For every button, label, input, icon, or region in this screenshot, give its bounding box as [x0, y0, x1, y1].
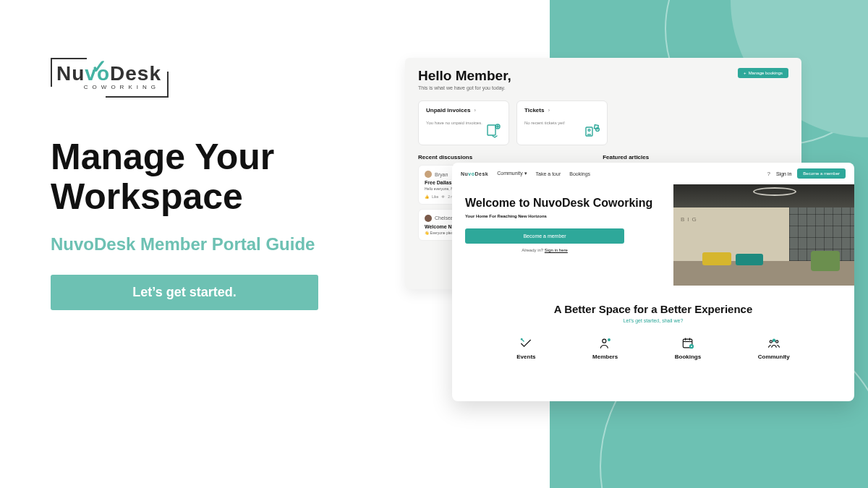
- hero-signin-line: Already in? Sign in here: [465, 248, 624, 252]
- community-icon: [758, 336, 790, 351]
- svg-rect-2: [488, 125, 495, 135]
- feature-label: Bookings: [675, 354, 701, 360]
- feature-bookings[interactable]: Bookings: [675, 336, 701, 360]
- members-icon: [592, 336, 618, 351]
- plus-icon: +: [744, 71, 746, 75]
- card-unpaid-invoices[interactable]: Unpaid invoices › You have no unpaid inv…: [418, 100, 509, 145]
- landing-mock: NuvoDesk Community ▾ Take a tour Booking…: [452, 163, 854, 401]
- brand-logo: Nuvo✓Desk COWORKING: [51, 58, 354, 98]
- hero-title: Welcome to NuvoDesk Coworking: [465, 196, 660, 210]
- bookings-icon: [675, 336, 701, 351]
- card-tickets[interactable]: Tickets › No recent tickets yet!: [516, 100, 608, 145]
- svg-point-9: [608, 339, 610, 341]
- page-title: Manage Your Workspace: [51, 137, 354, 217]
- screenshot-stack: Hello Member, This is what we have got f…: [405, 58, 801, 289]
- manage-bookings-button[interactable]: + Manage bookings: [738, 68, 788, 78]
- avatar: [425, 171, 432, 178]
- ticket-icon: [584, 121, 601, 140]
- svg-point-14: [773, 339, 775, 341]
- dashboard-greeting: Hello Member,: [418, 68, 511, 84]
- section-featured-articles: Featured articles: [603, 154, 649, 160]
- wall-sign-text: BIG: [681, 216, 699, 223]
- nav-bookings[interactable]: Bookings: [569, 171, 590, 176]
- mini-logo: NuvoDesk: [461, 171, 488, 176]
- manage-bookings-label: Manage bookings: [749, 71, 783, 75]
- svg-point-5: [588, 129, 590, 132]
- nav-become-member-button[interactable]: Become a member: [797, 168, 846, 179]
- help-icon[interactable]: ?: [767, 171, 770, 177]
- landing-nav: NuvoDesk Community ▾ Take a tour Booking…: [452, 163, 854, 184]
- better-title: A Better Space for a Better Experience: [452, 303, 854, 315]
- cta-button[interactable]: Let’s get started.: [51, 275, 318, 310]
- svg-point-7: [522, 338, 523, 340]
- card-title: Tickets: [524, 107, 544, 114]
- feature-label: Members: [592, 354, 618, 360]
- hero-image: BIG: [673, 184, 854, 286]
- nav-tour[interactable]: Take a tour: [536, 171, 561, 176]
- hero-subtitle: Your Home For Reaching New Horizons: [465, 214, 660, 218]
- feature-community[interactable]: Community: [758, 336, 790, 360]
- chevron-right-icon: ›: [548, 108, 550, 113]
- svg-point-13: [775, 341, 778, 343]
- nav-label: Community: [497, 171, 522, 176]
- invoice-icon: [485, 121, 503, 140]
- nav-community[interactable]: Community ▾: [497, 171, 527, 176]
- svg-point-12: [770, 341, 772, 343]
- brand-subtext: COWORKING: [56, 84, 161, 90]
- chevron-right-icon: ›: [475, 108, 476, 113]
- checkmark-icon: ✓: [91, 56, 108, 78]
- chevron-down-icon: ▾: [524, 171, 527, 176]
- feature-members[interactable]: Members: [592, 336, 618, 360]
- like-icon[interactable]: 👍: [425, 194, 429, 199]
- events-icon: [516, 336, 535, 351]
- dashboard-subtext: This is what we have got for you today.: [418, 85, 511, 90]
- card-title: Unpaid invoices: [426, 107, 470, 114]
- page-subtitle: NuvoDesk Member Portal Guide: [51, 233, 354, 256]
- section-recent-discussions: Recent discussions: [418, 154, 472, 160]
- feature-events[interactable]: Events: [516, 336, 535, 360]
- svg-point-8: [602, 339, 605, 343]
- hero-signin-link[interactable]: Sign in here: [545, 248, 568, 252]
- hero-cta-button[interactable]: Become a member: [465, 228, 624, 244]
- nav-signin[interactable]: Sign in: [776, 171, 791, 176]
- like-label[interactable]: Like: [432, 194, 438, 199]
- avatar: [425, 215, 432, 222]
- feature-label: Events: [516, 354, 535, 360]
- discussion-author: Bryan: [435, 172, 448, 177]
- already-label: Already in?: [522, 248, 543, 252]
- views-icon: 👁: [441, 194, 445, 199]
- feature-label: Community: [758, 354, 790, 360]
- better-sub: Let's get started, shall we?: [452, 318, 854, 323]
